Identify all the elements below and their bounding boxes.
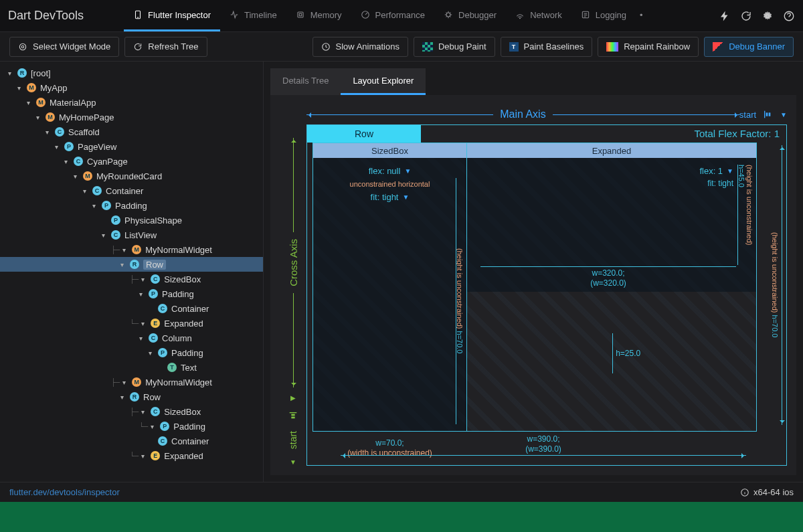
- tree-node[interactable]: PPhysicalShape: [0, 213, 263, 228]
- tree-node[interactable]: └─▾EExpanded: [0, 316, 263, 331]
- network-icon: [515, 10, 525, 19]
- tab-network[interactable]: Network: [506, 0, 571, 31]
- device-label: x64-64 ios: [753, 487, 794, 497]
- dim-line: [612, 333, 613, 373]
- tree-node[interactable]: ▾PPadding: [0, 286, 263, 301]
- tree-node[interactable]: ▾MMyApp: [0, 80, 263, 95]
- tree-node[interactable]: ▾CListView: [0, 228, 263, 242]
- child-sizedbox[interactable]: SizedBox flex: null ▼ unconstrained hori…: [313, 143, 467, 431]
- tree-node[interactable]: ▾RRow: [0, 257, 263, 272]
- device-info: x64-64 ios: [740, 487, 794, 497]
- node-badge: E: [151, 451, 160, 460]
- tab-timeline[interactable]: Timeline: [220, 0, 286, 31]
- dim-line: [782, 145, 782, 425]
- btn-label: Refresh Tree: [148, 41, 198, 52]
- reload-icon[interactable]: [740, 10, 752, 22]
- debug-banner-button[interactable]: Debug Banner: [704, 37, 794, 57]
- tree-node[interactable]: CContainer: [0, 434, 263, 448]
- tab-performance[interactable]: Performance: [351, 0, 434, 31]
- layout-explorer: Main Axis start ▼ Cross Axis ▶: [270, 95, 796, 475]
- cross-align-dropdown[interactable]: ▶ start ▼: [288, 394, 298, 466]
- tree-node[interactable]: └─▾PPadding: [0, 419, 263, 434]
- gear-icon[interactable]: [762, 10, 774, 22]
- tab-memory[interactable]: Memory: [286, 0, 351, 31]
- slow-animations-button[interactable]: Slow Animations: [313, 37, 408, 57]
- node-badge: M: [36, 98, 46, 107]
- height-dim: (height is unconstrained) h=45.0: [737, 165, 753, 265]
- main-align-dropdown[interactable]: start ▼: [739, 109, 787, 120]
- align-value: start: [288, 431, 298, 449]
- tab-label: Details Tree: [282, 76, 329, 86]
- outer-width-label: w=390.0; (w=390.0): [525, 434, 561, 454]
- tree-node[interactable]: TText: [0, 360, 263, 375]
- tree-node[interactable]: ▾MMyRoundedCard: [0, 169, 263, 183]
- chevron-down-icon: ▾: [74, 173, 80, 180]
- tree-node[interactable]: ▾MMaterialApp: [0, 95, 263, 110]
- tree-node[interactable]: ├─▾MMyNormalWidget: [0, 375, 263, 389]
- tree-node[interactable]: └─▾EExpanded: [0, 448, 263, 463]
- tab-more[interactable]: •: [636, 0, 647, 31]
- paint-baselines-button[interactable]: T Paint Baselines: [501, 37, 593, 57]
- tab-debugger[interactable]: Debugger: [434, 0, 506, 31]
- repaint-rainbow-button[interactable]: Repaint Rainbow: [598, 37, 699, 57]
- node-badge: C: [149, 333, 158, 343]
- phone-icon: [133, 10, 143, 19]
- flex-picker[interactable]: flex: 1 ▼: [699, 166, 733, 176]
- node-label: MyRoundedCard: [96, 171, 162, 181]
- toolbar: Select Widget Mode Refresh Tree Slow Ani…: [0, 32, 803, 62]
- tab-layout-explorer[interactable]: Layout Explorer: [341, 68, 426, 95]
- tree-guide: └─: [130, 452, 139, 460]
- tree-node[interactable]: ├─▾MMyNormalWidget: [0, 242, 263, 257]
- tree-node[interactable]: ▾PPageView: [0, 139, 263, 154]
- select-widget-button[interactable]: Select Widget Mode: [9, 37, 119, 57]
- tree-node[interactable]: ▾PPadding: [0, 345, 263, 360]
- align-start-icon: [763, 109, 774, 120]
- node-badge: E: [151, 319, 160, 328]
- tree-node[interactable]: CContainer: [0, 301, 263, 316]
- chevron-down-icon: ▾: [141, 452, 148, 460]
- node-label: MyApp: [40, 83, 67, 93]
- tree-node[interactable]: ▾R[root]: [0, 66, 263, 80]
- debug-paint-button[interactable]: Debug Paint: [414, 37, 495, 57]
- tree-node[interactable]: ▾CCyanPage: [0, 154, 263, 169]
- svg-point-10: [19, 43, 25, 50]
- node-label: Padding: [115, 201, 147, 211]
- main-axis-header: Main Axis start ▼: [280, 104, 787, 124]
- fit-picker[interactable]: fit: tight ▼: [371, 192, 410, 202]
- svg-rect-15: [769, 112, 771, 116]
- child-expanded[interactable]: Expanded flex: 1 ▼ fit: tight: [467, 143, 756, 431]
- refresh-tree-button[interactable]: Refresh Tree: [124, 37, 207, 57]
- tab-flutter-inspector[interactable]: Flutter Inspector: [124, 0, 220, 31]
- banner-icon: [713, 42, 723, 52]
- node-label: Text: [181, 363, 197, 373]
- outer-height-dim: (height is unconstrained) h=70.0: [771, 145, 782, 425]
- tree-node[interactable]: ▾RRow: [0, 389, 263, 404]
- tree-node[interactable]: ▾CColumn: [0, 331, 263, 345]
- more-icon: •: [640, 10, 643, 20]
- chevron-down-icon: ▼: [727, 167, 733, 175]
- node-label: Column: [162, 333, 192, 343]
- outer-height-label: (height is unconstrained) h=70.0: [771, 232, 779, 337]
- svg-rect-3: [299, 13, 302, 16]
- tree-node[interactable]: ▾CContainer: [0, 183, 263, 198]
- flex-picker[interactable]: flex: null ▼: [369, 166, 412, 176]
- tree-node[interactable]: ▾MMyHomePage: [0, 110, 263, 124]
- docs-link[interactable]: flutter.dev/devtools/inspector: [9, 487, 120, 497]
- paint-icon: [422, 42, 433, 52]
- children-row: SizedBox flex: null ▼ unconstrained hori…: [313, 143, 757, 432]
- performance-icon: [361, 10, 370, 19]
- tree-node[interactable]: ├─▾CSizedBox: [0, 272, 263, 286]
- bolt-icon[interactable]: [719, 10, 731, 22]
- tree-node[interactable]: ├─▾CSizedBox: [0, 404, 263, 419]
- tree-node[interactable]: ▾CScaffold: [0, 124, 263, 139]
- widget-tree[interactable]: ▾R[root]▾MMyApp▾MMaterialApp▾MMyHomePage…: [0, 62, 264, 482]
- help-icon[interactable]: [783, 10, 795, 22]
- node-label: SizedBox: [164, 274, 201, 284]
- tree-node[interactable]: ▾PPadding: [0, 198, 263, 213]
- info-icon: [740, 488, 749, 497]
- baseline-icon: T: [509, 42, 519, 52]
- tab-details-tree[interactable]: Details Tree: [270, 68, 341, 95]
- top-icon-bar: [719, 10, 795, 22]
- tab-logging[interactable]: Logging: [571, 0, 636, 31]
- node-label: MaterialApp: [50, 98, 96, 108]
